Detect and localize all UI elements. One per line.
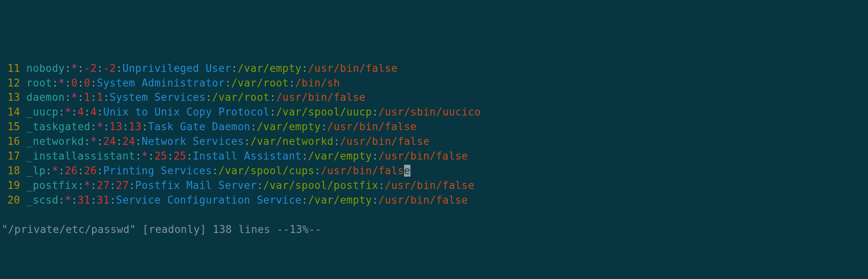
cursor: e (404, 165, 410, 177)
file-line: 20_scsd:*:31:31:Service Configuration Se… (2, 193, 868, 208)
line-number: 11 (2, 61, 20, 76)
file-line: 15_taskgated:*:13:13:Task Gate Daemon:/v… (2, 119, 868, 134)
editor-buffer[interactable]: 11nobody:*:-2:-2:Unprivileged User:/var/… (2, 61, 868, 208)
line-number: 13 (2, 90, 20, 105)
file-line: 16_networkd:*:24:24:Network Services:/va… (2, 134, 868, 149)
line-number: 17 (2, 149, 20, 164)
file-line: 19_postfix:*:27:27:Postfix Mail Server:/… (2, 178, 868, 193)
line-number: 18 (2, 164, 20, 178)
line-number: 19 (2, 178, 20, 193)
file-line: 12root:*:0:0:System Administrator:/var/r… (2, 76, 868, 90)
line-number: 14 (2, 105, 20, 119)
file-line: 13daemon:*:1:1:System Services:/var/root… (2, 90, 868, 105)
status-line: "/private/etc/passwd" [readonly] 138 lin… (2, 222, 868, 237)
line-number: 20 (2, 193, 20, 208)
line-number: 15 (2, 119, 20, 134)
line-number: 12 (2, 76, 20, 90)
file-line: 11nobody:*:-2:-2:Unprivileged User:/var/… (2, 61, 868, 76)
line-number: 16 (2, 134, 20, 149)
file-line: 17_installassistant:*:25:25:Install Assi… (2, 149, 868, 164)
file-line: 14_uucp:*:4:4:Unix to Unix Copy Protocol… (2, 105, 868, 119)
file-line: 18_lp:*:26:26:Printing Services:/var/spo… (2, 164, 868, 178)
